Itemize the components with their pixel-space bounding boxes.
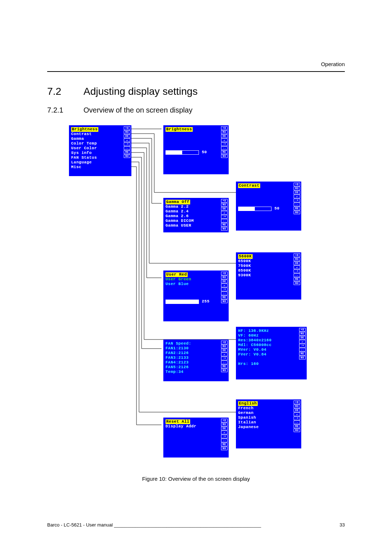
list-item[interactable]: Italian — [238, 420, 299, 425]
footer-left: Barco - LC-5621 - User manual — [47, 522, 113, 528]
osd-gamma[interactable]: +8MODE↵↑+↓-MENU Gamma OffGamma 2.2Gamma … — [163, 198, 229, 232]
info-line: HF: 136.9KHz — [238, 329, 305, 333]
side-labels-icon: +8MODE↵↑+↓-MENU — [299, 328, 306, 360]
list-item[interactable]: Contrast — [71, 132, 129, 137]
info-line: VF: 60Hz — [238, 333, 305, 338]
list-item[interactable]: User Blue — [166, 282, 226, 286]
list-item[interactable]: 8500K — [238, 268, 299, 273]
list-item[interactable]: English — [238, 401, 299, 406]
list-item[interactable]: 6500K — [238, 259, 299, 264]
side-labels-icon: +8MODE↵↑+↓-MENU — [124, 126, 130, 158]
info-line: FAN2:2126 — [166, 351, 226, 355]
list-item[interactable]: Spanish — [238, 415, 299, 420]
contrast-slider[interactable]: 50 — [238, 206, 299, 211]
info-line: FAN4:2123 — [166, 360, 226, 365]
info-line: FAN3:2133 — [166, 355, 226, 360]
osd-color-temp[interactable]: +8MODE↵↑+↓-MENU 5600K6500K7500K8500K9300… — [236, 252, 301, 300]
info-line: MVer: V0.04 — [238, 347, 305, 352]
info-line: Mdl: C56008cc — [238, 343, 305, 347]
osd-main-menu[interactable]: +8MODE↵↑+↓-MENU BrightnessContrastGammaC… — [69, 125, 131, 176]
list-item[interactable]: Gamma — [71, 137, 129, 141]
osd-sysinfo: +8MODE↵↑+↓-MENU HF: 136.9KHzVF: 60HzRes:… — [236, 327, 307, 379]
brightness-value: 50 — [202, 150, 207, 155]
list-item[interactable]: 9300K — [238, 273, 299, 278]
language-items: EnglishFrenchGermanSpanishItalianJapanes… — [236, 399, 301, 432]
list-item[interactable]: Sys info — [71, 151, 129, 155]
info-line: FAN1:2130 — [166, 346, 226, 351]
contrast-fill — [238, 207, 255, 211]
list-item[interactable]: Color Temp — [71, 141, 129, 146]
usercolor-items: User RedUser GreenUser Blue — [166, 272, 226, 286]
fan-lines: FAN Speed:FAN1:2130FAN2:2126FAN3:2133FAN… — [163, 340, 229, 377]
usercolor-slider[interactable]: 255 — [166, 299, 226, 304]
osd-misc[interactable]: +8MODE↵↑+↓-MENU Reset AllDisplay Addr — [163, 418, 229, 458]
misc-items: Reset AllDisplay Addr — [163, 418, 229, 432]
page: Operation 7.2 Adjusting display settings… — [0, 0, 392, 557]
info-line: FAN5:2126 — [166, 365, 226, 370]
list-item[interactable]: Gamma 2.6 — [166, 214, 226, 219]
brightness-slider[interactable]: 50 — [166, 150, 226, 155]
list-item[interactable]: User Color — [71, 146, 129, 151]
subsection-title: Overview of the on screen display — [83, 106, 192, 114]
list-item[interactable]: Gamma 2.4 — [166, 209, 226, 214]
list-item[interactable]: 5600K — [238, 254, 299, 259]
info-line: Res:3840x2160 — [238, 338, 305, 343]
list-item[interactable]: Display Addr — [166, 424, 226, 429]
page-number: 33 — [340, 522, 345, 528]
info-line: FVer: V0.84 — [238, 352, 305, 357]
side-labels-icon: +8MODE↵↑+↓-MENU — [221, 272, 228, 304]
side-labels-icon: +8MODE↵↑+↓-MENU — [294, 183, 300, 215]
footer-fill: ________________________________________… — [114, 522, 336, 528]
list-item[interactable]: Misc — [71, 165, 129, 170]
list-item[interactable]: German — [238, 411, 299, 415]
brightness-fill — [166, 151, 182, 154]
brightness-title: Brightness — [166, 127, 193, 132]
main-menu-items: BrightnessContrastGammaColor TempUser Co… — [69, 125, 131, 172]
usercolor-fill — [166, 300, 199, 304]
side-labels-icon: +8MODE↵↑+↓-MENU — [294, 401, 300, 432]
osd-user-color[interactable]: +8MODE↵↑+↓-MENU User RedUser GreenUser B… — [163, 271, 229, 321]
osd-fan: +8MODE↵↑+↓-MENU FAN Speed:FAN1:2130FAN2:… — [163, 340, 229, 381]
list-item[interactable]: User Green — [166, 277, 226, 282]
side-labels-icon: +8MODE↵↑+↓-MENU — [221, 419, 228, 451]
gamma-items: Gamma OffGamma 2.2Gamma 2.4Gamma 2.6Gamm… — [163, 198, 229, 231]
sysinfo-lines: HF: 136.9KHzVF: 60HzRes:3840x2160Mdl: C5… — [236, 327, 307, 369]
info-line — [238, 357, 305, 362]
osd-language[interactable]: +8MODE↵↑+↓-MENU EnglishFrenchGermanSpani… — [236, 399, 301, 448]
side-labels-icon: +8MODE↵↑+↓-MENU — [294, 253, 300, 285]
info-line: Hrs: 160 — [238, 362, 305, 366]
contrast-title: Contrast — [238, 183, 260, 188]
list-item[interactable]: 7500K — [238, 264, 299, 268]
contrast-value: 50 — [274, 206, 279, 211]
divider — [47, 71, 345, 72]
side-labels-icon: +8MODE↵↑+↓-MENU — [221, 126, 228, 158]
list-item[interactable]: Gamma USER — [166, 223, 226, 228]
osd-figure: +8MODE↵↑+↓-MENU BrightnessContrastGammaC… — [69, 125, 330, 465]
osd-contrast[interactable]: +8MODE↵↑+↓-MENU Contrast 50 — [236, 182, 301, 231]
header-section-label: Operation — [321, 61, 345, 67]
section-number: 7.2 — [47, 86, 61, 97]
osd-brightness[interactable]: +8MODE↵↑+↓-MENU Brightness 50 — [163, 125, 229, 174]
list-item[interactable]: Japanese — [238, 425, 299, 430]
side-labels-icon: +8MODE↵↑+↓-MENU — [221, 341, 228, 373]
list-item[interactable]: Gamma 2.2 — [166, 204, 226, 209]
figure-caption: Figure 10: Overview of the on screen dis… — [0, 476, 392, 482]
info-line: Temp:34 — [166, 370, 226, 374]
side-labels-icon: +8MODE↵↑+↓-MENU — [221, 199, 228, 231]
subsection-number: 7.2.1 — [47, 106, 63, 114]
colortemp-items: 5600K6500K7500K8500K9300K — [236, 252, 301, 281]
list-item[interactable]: Language — [71, 160, 129, 165]
list-item[interactable]: Gamma Off — [166, 200, 226, 204]
list-item[interactable]: Reset All — [166, 419, 226, 424]
section-title: Adjusting display settings — [83, 86, 197, 97]
info-line: FAN Speed: — [166, 341, 226, 346]
list-item[interactable]: Brightness — [71, 127, 129, 132]
list-item[interactable]: FAN Status — [71, 155, 129, 160]
list-item[interactable]: User Red — [166, 272, 226, 277]
list-item[interactable]: Gamma DICOM — [166, 219, 226, 223]
footer: Barco - LC-5621 - User manual __________… — [47, 522, 345, 528]
list-item[interactable]: French — [238, 406, 299, 411]
usercolor-value: 255 — [202, 299, 209, 304]
